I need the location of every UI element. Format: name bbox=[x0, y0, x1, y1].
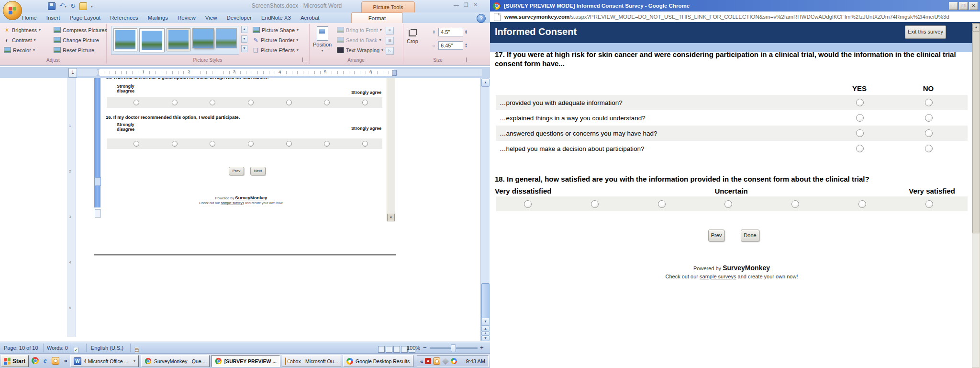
word-count[interactable]: Words: 0 bbox=[47, 342, 68, 354]
compress-pictures-button[interactable]: Compress Pictures bbox=[54, 27, 107, 33]
picture-styles-dialog-launcher-icon[interactable] bbox=[302, 58, 307, 62]
quicklaunch-overflow-chevron[interactable]: » bbox=[64, 357, 67, 364]
taskbar-button-google-desktop[interactable]: Google Desktop Results bbox=[343, 355, 413, 367]
office-button[interactable] bbox=[3, 1, 22, 20]
gallery-scroll-down[interactable]: ▼ bbox=[241, 35, 247, 43]
clock[interactable]: 9:43 AM bbox=[466, 358, 485, 364]
radio-yes[interactable] bbox=[856, 129, 864, 137]
indent-marker[interactable] bbox=[96, 69, 100, 76]
shape-width-field[interactable]: ⇔ 6.45" ▲▼ bbox=[431, 41, 468, 50]
radio[interactable] bbox=[134, 141, 139, 147]
tab-acrobat[interactable]: Acrobat bbox=[296, 12, 324, 23]
tab-insert[interactable]: Insert bbox=[42, 12, 65, 23]
outlook-tray-icon[interactable] bbox=[433, 357, 440, 365]
chrome-scrollbar[interactable]: ▲ bbox=[972, 23, 980, 368]
done-button[interactable]: Done bbox=[741, 230, 759, 242]
picture-style-4[interactable] bbox=[193, 29, 213, 48]
adobe-acrobat-tray-icon[interactable]: A bbox=[425, 358, 431, 364]
radio-3[interactable] bbox=[658, 200, 666, 208]
radio[interactable] bbox=[172, 100, 178, 105]
radio[interactable] bbox=[172, 141, 178, 147]
size-dialog-launcher-icon[interactable] bbox=[466, 58, 471, 62]
chrome-quicklaunch-icon[interactable] bbox=[32, 357, 39, 364]
horizontal-ruler[interactable]: 1 2 3 4 5 6 bbox=[78, 69, 482, 76]
zoom-level[interactable]: 100% bbox=[407, 342, 420, 354]
radio[interactable] bbox=[362, 141, 368, 147]
close-icon[interactable]: ✕ bbox=[969, 2, 978, 10]
picture-shape-button[interactable]: Picture Shape▾ bbox=[253, 27, 299, 33]
tab-view[interactable]: View bbox=[200, 12, 222, 23]
chrome-url-bar[interactable]: www.surveymonkey.com/s.aspx?PREVIEW_MODE… bbox=[490, 12, 980, 23]
surveymonkey-link[interactable]: SurveyMonkey bbox=[723, 264, 770, 272]
sync-tray-icon[interactable] bbox=[442, 357, 449, 364]
chrome-title-bar[interactable]: [SURVEY PREVIEW MODE] Informed Consent S… bbox=[490, 0, 980, 12]
radio-no[interactable] bbox=[925, 145, 933, 152]
picture-style-2[interactable] bbox=[140, 29, 164, 52]
tray-chevron[interactable]: « bbox=[420, 358, 423, 364]
exit-survey-button[interactable]: Exit this survey bbox=[905, 25, 946, 39]
gallery-more[interactable]: ▼̲ bbox=[241, 45, 247, 52]
save-icon[interactable] bbox=[48, 2, 56, 10]
brightness-button[interactable]: ☀ Brightness▾ bbox=[4, 27, 41, 33]
radio-no[interactable] bbox=[925, 99, 933, 106]
text-wrapping-button[interactable]: Text Wrapping▾ bbox=[337, 47, 383, 53]
next-page-icon[interactable]: ▼ bbox=[481, 335, 490, 341]
start-button[interactable]: Start bbox=[1, 355, 29, 367]
radio[interactable] bbox=[248, 141, 254, 147]
right-margin-marker[interactable] bbox=[392, 70, 397, 76]
taskbar-button-inbox[interactable]: Inbox - Microsoft Ou... bbox=[282, 355, 341, 367]
picture-style-3[interactable] bbox=[167, 29, 190, 51]
scroll-down-icon[interactable]: ▼ bbox=[481, 318, 490, 326]
radio[interactable] bbox=[210, 100, 215, 105]
restore-icon[interactable]: ❐ bbox=[959, 2, 968, 10]
zoom-slider-thumb[interactable] bbox=[451, 345, 456, 352]
sample-surveys-link[interactable]: sample surveys bbox=[700, 274, 736, 279]
undo-icon[interactable]: ↶▾ bbox=[59, 2, 67, 10]
open-icon[interactable] bbox=[79, 2, 87, 10]
vertical-ruler[interactable]: 1 2 3 4 5 bbox=[67, 78, 76, 337]
radio-yes[interactable] bbox=[856, 145, 864, 152]
tab-page-layout[interactable]: Page Layout bbox=[65, 12, 105, 23]
picture-border-button[interactable]: ✎ Picture Border▾ bbox=[253, 37, 298, 43]
radio-1[interactable] bbox=[524, 200, 532, 208]
scroll-up-icon[interactable]: ▲ bbox=[481, 79, 490, 87]
radio[interactable] bbox=[286, 141, 292, 147]
send-to-back-button[interactable]: Send to Back▾ bbox=[337, 37, 381, 43]
picture-style-1[interactable] bbox=[114, 29, 137, 51]
radio-4[interactable] bbox=[724, 200, 732, 208]
outlook-quicklaunch-icon[interactable] bbox=[52, 357, 59, 365]
radio-7[interactable] bbox=[925, 200, 933, 208]
tab-review[interactable]: Review bbox=[173, 12, 200, 23]
contrast-button[interactable]: ◐ Contrast▾ bbox=[4, 37, 36, 43]
gallery-scroll-up[interactable]: ▲ bbox=[241, 26, 247, 33]
restore-icon[interactable]: ❐ bbox=[464, 2, 468, 8]
taskbar-button-survey-preview[interactable]: [SURVEY PREVIEW ... bbox=[212, 355, 280, 367]
radio-yes[interactable] bbox=[856, 114, 864, 122]
prev-button[interactable]: Prev bbox=[708, 230, 724, 242]
tab-mailings[interactable]: Mailings bbox=[143, 12, 173, 23]
tab-format-active[interactable]: Format bbox=[351, 12, 403, 23]
picture-style-5[interactable] bbox=[216, 29, 236, 48]
zoom-in-icon[interactable]: + bbox=[480, 342, 484, 354]
radio-no[interactable] bbox=[925, 114, 933, 122]
minimize-icon[interactable]: — bbox=[454, 2, 459, 8]
reset-picture-button[interactable]: Reset Picture bbox=[54, 47, 94, 53]
internet-explorer-icon[interactable]: e bbox=[44, 356, 47, 365]
radio[interactable] bbox=[324, 141, 330, 147]
radio[interactable] bbox=[286, 100, 292, 105]
radio[interactable] bbox=[134, 100, 139, 105]
radio-yes[interactable] bbox=[856, 99, 864, 106]
customize-qat-icon[interactable]: ▾ bbox=[91, 4, 93, 9]
url-text[interactable]: www.surveymonkey.com/s.aspx?PREVIEW_MODE… bbox=[504, 14, 949, 20]
shape-height-field[interactable]: ⇕ 4.5" ▲▼ bbox=[431, 28, 468, 36]
radio-no[interactable] bbox=[925, 129, 933, 137]
google-desktop-tray-icon[interactable] bbox=[451, 358, 457, 364]
radio[interactable] bbox=[324, 100, 330, 105]
rotate-button[interactable]: ◺ bbox=[386, 47, 394, 55]
scroll-up-icon[interactable]: ▲ bbox=[972, 23, 980, 32]
word-scrollbar[interactable]: ▲ ▼ ▲ ● ▼ bbox=[480, 78, 490, 341]
tab-developer[interactable]: Developer bbox=[222, 12, 256, 23]
position-button[interactable]: Position▾ bbox=[313, 26, 332, 53]
zoom-out-icon[interactable]: − bbox=[423, 342, 427, 354]
page-indicator[interactable]: Page: 10 of 10 bbox=[4, 342, 38, 354]
